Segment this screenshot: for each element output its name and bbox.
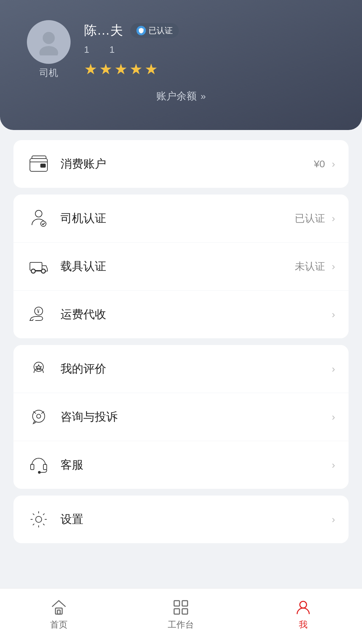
svg-rect-24 [182,601,188,606]
balance-label: 账户余额 [156,89,197,103]
menu-section: 消费账户 ¥0 › 司机认证 已认证 › [0,130,362,553]
vehicle-cert-label: 载具认证 [61,259,295,274]
profile-section: 司机 陈...夫 已认证 [0,20,362,79]
profile-name: 陈...夫 [84,22,124,39]
svg-rect-18 [43,464,47,470]
menu-item-my-reviews[interactable]: 我的评价 › [13,345,349,393]
consume-account-chevron: › [332,158,335,170]
header: 司机 陈...夫 已认证 [0,0,362,130]
card-cert: 司机认证 已认证 › 载具认证 未认证 › [13,195,349,338]
svg-rect-21 [55,608,62,614]
profile-info: 陈...夫 已认证 1 1 [84,22,179,78]
star3: ★ [114,60,127,78]
avatar [27,20,71,64]
menu-item-complaint[interactable]: 咨询与投诉 › [13,393,349,441]
freight-collect-label: 运费代收 [61,307,325,322]
settings-label: 设置 [61,512,325,527]
svg-rect-23 [174,601,179,606]
svg-point-14 [37,414,41,418]
menu-item-customer-service[interactable]: 客服 › [13,441,349,489]
vehicle-cert-value: 未认证 [295,260,325,273]
menu-item-consume-account[interactable]: 消费账户 ¥0 › [13,140,349,188]
svg-rect-26 [182,609,188,614]
freight-icon: ¥ [27,303,50,326]
stat2: 1 [110,44,115,55]
svg-text:¥: ¥ [37,308,40,314]
me-icon [294,599,312,616]
account-balance[interactable]: 账户余额 » [0,89,362,103]
menu-item-vehicle-cert[interactable]: 载具认证 未认证 › [13,243,349,291]
driver-cert-value: 已认证 [295,212,325,225]
svg-point-0 [43,32,55,44]
settings-icon [27,508,50,531]
my-reviews-chevron: › [332,363,335,375]
verified-text: 已认证 [149,25,173,36]
svg-point-8 [41,269,45,273]
driver-icon [27,207,50,230]
shield-icon [136,26,146,35]
settings-chevron: › [332,514,335,525]
bottom-nav: 首页 工作台 我 [0,588,362,644]
star4: ★ [129,60,143,78]
customer-service-chevron: › [332,459,335,471]
freight-collect-chevron: › [332,309,335,320]
svg-point-20 [36,516,42,522]
star2: ★ [99,60,112,78]
card-service: 我的评价 › 咨询与投诉 › [13,345,349,489]
workbench-icon [172,599,190,616]
nav-label-home: 首页 [50,619,68,631]
complaint-chevron: › [332,411,335,423]
driver-cert-chevron: › [332,213,335,224]
card-consume: 消费账户 ¥0 › [13,140,349,188]
customer-service-label: 客服 [61,457,325,473]
svg-rect-22 [57,610,60,614]
svg-point-19 [38,471,40,473]
consume-account-label: 消费账户 [61,156,314,172]
svg-point-4 [35,210,42,217]
nav-item-home[interactable]: 首页 [30,595,88,634]
svg-rect-3 [41,164,45,167]
nav-label-workbench: 工作台 [168,619,194,631]
stars: ★ ★ ★ ★ ★ [84,60,179,78]
home-icon [50,599,68,616]
profile-stats: 1 1 [84,44,179,55]
my-reviews-label: 我的评价 [61,361,325,377]
consume-account-value: ¥0 [314,158,325,170]
card-settings: 设置 › [13,496,349,543]
balance-chevron: » [201,91,206,102]
complaint-icon [27,405,50,429]
star5: ★ [145,60,158,78]
svg-point-12 [34,362,43,372]
wallet-icon [27,152,50,176]
headset-icon [27,453,50,477]
driver-cert-label: 司机认证 [61,211,295,226]
nav-item-me[interactable]: 我 [274,595,332,634]
star1: ★ [84,60,97,78]
menu-item-settings[interactable]: 设置 › [13,496,349,543]
complaint-label: 咨询与投诉 [61,409,325,425]
verified-badge: 已认证 [130,23,179,38]
avatar-container: 司机 [27,20,71,79]
svg-rect-25 [174,609,179,614]
svg-rect-17 [31,464,34,470]
menu-item-driver-cert[interactable]: 司机认证 已认证 › [13,195,349,243]
vehicle-cert-chevron: › [332,261,335,272]
nav-item-workbench[interactable]: 工作台 [148,595,214,634]
profile-top: 陈...夫 已认证 [84,22,179,39]
svg-point-1 [39,46,58,55]
svg-point-7 [31,269,35,273]
review-icon [27,357,50,381]
vehicle-icon [27,255,50,278]
avatar-label: 司机 [39,67,58,79]
nav-label-me: 我 [299,619,308,631]
svg-point-27 [300,601,307,608]
menu-item-freight-collect[interactable]: ¥ 运费代收 › [13,291,349,338]
stat1: 1 [84,44,89,55]
